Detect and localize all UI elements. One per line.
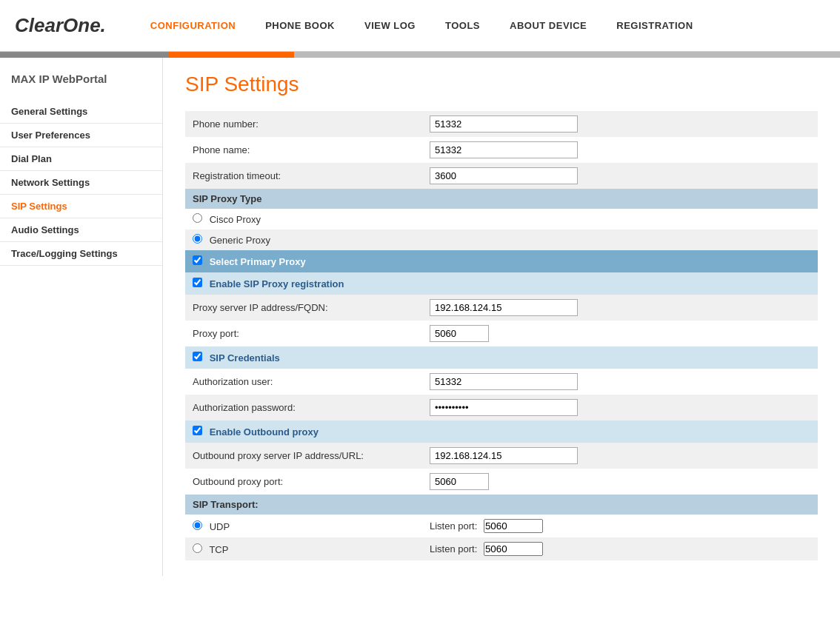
auth-password-input[interactable] <box>430 399 578 416</box>
sidebar-title: MAX IP WebPortal <box>0 73 162 100</box>
select-primary-label: Select Primary Proxy <box>210 256 306 267</box>
auth-password-row: Authorization password: <box>185 395 818 420</box>
nav-tools[interactable]: TOOLS <box>445 20 480 31</box>
enable-sip-cell: Enable SIP Proxy registration <box>185 272 818 295</box>
sip-proxy-type-section: SIP Proxy Type <box>185 189 818 209</box>
outbound-port-label: Outbound proxy port: <box>185 469 422 495</box>
auth-user-input-cell <box>422 369 818 395</box>
enable-sip-label: Enable SIP Proxy registration <box>210 278 344 289</box>
udp-cell: UDP <box>185 515 422 537</box>
proxy-server-row: Proxy server IP address/FQDN: <box>185 295 818 321</box>
proxy-port-input[interactable] <box>430 325 489 342</box>
outbound-port-input[interactable] <box>430 473 489 490</box>
phone-name-row: Phone name: <box>185 137 818 163</box>
tcp-cell: TCP <box>185 537 422 560</box>
enable-outbound-checkbox[interactable] <box>193 426 202 435</box>
enable-outbound-cell: Enable Outbound proxy <box>185 420 818 443</box>
main-layout: MAX IP WebPortal General Settings User P… <box>0 58 840 576</box>
nav-registration[interactable]: REGISTRATION <box>616 20 693 31</box>
enable-sip-row: Enable SIP Proxy registration <box>185 272 818 295</box>
sidebar: MAX IP WebPortal General Settings User P… <box>0 58 163 576</box>
phone-number-input[interactable] <box>430 115 578 133</box>
phone-name-input-cell <box>422 137 818 163</box>
progress-dark <box>0 52 168 58</box>
enable-outbound-label: Enable Outbound proxy <box>210 426 319 438</box>
progress-light <box>294 52 840 58</box>
sidebar-item-dial-plan[interactable]: Dial Plan <box>0 147 162 171</box>
nav-about-device[interactable]: ABOUT DEVICE <box>510 20 587 31</box>
header: ClearOne. CONFIGURATION PHONE BOOK VIEW … <box>0 0 840 52</box>
proxy-port-input-cell <box>422 321 818 346</box>
proxy-server-input-cell <box>422 295 818 321</box>
tcp-listen-label: Listen port: <box>430 543 477 554</box>
udp-radio[interactable] <box>193 520 202 530</box>
reg-timeout-input[interactable] <box>430 167 578 184</box>
sip-credentials-label: SIP Credentials <box>210 352 280 363</box>
logo: ClearOne. <box>15 14 106 37</box>
udp-row: UDP Listen port: <box>185 515 818 537</box>
enable-sip-checkbox[interactable] <box>193 278 202 287</box>
auth-user-row: Authorization user: <box>185 369 818 395</box>
sidebar-item-network-settings[interactable]: Network Settings <box>0 171 162 195</box>
reg-timeout-input-cell <box>422 163 818 189</box>
sip-settings-form: Phone number: Phone name: Registration t… <box>185 111 818 560</box>
sidebar-item-sip-settings[interactable]: SIP Settings <box>0 195 162 218</box>
cisco-proxy-radio[interactable] <box>193 213 202 223</box>
tcp-radio[interactable] <box>193 543 202 553</box>
tcp-listen-port-input[interactable] <box>484 542 543 556</box>
sip-credentials-row: SIP Credentials <box>185 346 818 369</box>
tcp-label: TCP <box>209 544 228 555</box>
reg-timeout-label: Registration timeout: <box>185 163 422 189</box>
cisco-proxy-cell: Cisco Proxy <box>185 209 818 229</box>
main-nav: CONFIGURATION PHONE BOOK VIEW LOG TOOLS … <box>150 20 825 31</box>
tcp-listen-cell: Listen port: <box>422 537 818 560</box>
sip-transport-header: SIP Transport: <box>185 495 818 515</box>
tcp-row: TCP Listen port: <box>185 537 818 560</box>
outbound-server-label: Outbound proxy server IP address/URL: <box>185 443 422 469</box>
proxy-server-input[interactable] <box>430 299 578 316</box>
udp-listen-cell: Listen port: <box>422 515 818 537</box>
udp-listen-label: Listen port: <box>430 520 477 532</box>
sidebar-item-user-preferences[interactable]: User Preferences <box>0 124 162 147</box>
sip-proxy-type-header: SIP Proxy Type <box>185 189 818 209</box>
phone-number-input-cell <box>422 111 818 137</box>
udp-label: UDP <box>210 521 230 532</box>
sip-transport-section: SIP Transport: <box>185 495 818 515</box>
sip-credentials-cell: SIP Credentials <box>185 346 818 369</box>
auth-user-label: Authorization user: <box>185 369 422 395</box>
cisco-proxy-row: Cisco Proxy <box>185 209 818 229</box>
sip-credentials-checkbox[interactable] <box>193 352 202 361</box>
outbound-server-input-cell <box>422 443 818 469</box>
nav-configuration[interactable]: CONFIGURATION <box>150 20 236 31</box>
outbound-server-row: Outbound proxy server IP address/URL: <box>185 443 818 469</box>
outbound-port-input-cell <box>422 469 818 495</box>
auth-password-input-cell <box>422 395 818 420</box>
sidebar-item-trace-logging[interactable]: Trace/Logging Settings <box>0 242 162 266</box>
content-area: SIP Settings Phone number: Phone name: <box>163 58 840 576</box>
generic-proxy-cell: Generic Proxy <box>185 229 818 250</box>
reg-timeout-row: Registration timeout: <box>185 163 818 189</box>
progress-bar <box>0 52 840 58</box>
auth-user-input[interactable] <box>430 373 578 390</box>
select-primary-row: Select Primary Proxy <box>185 250 818 272</box>
sidebar-item-audio-settings[interactable]: Audio Settings <box>0 218 162 242</box>
generic-proxy-row: Generic Proxy <box>185 229 818 250</box>
select-primary-cell: Select Primary Proxy <box>185 250 818 272</box>
nav-phone-book[interactable]: PHONE BOOK <box>265 20 335 31</box>
proxy-port-row: Proxy port: <box>185 321 818 346</box>
outbound-server-input[interactable] <box>430 447 578 464</box>
nav-view-log[interactable]: VIEW LOG <box>364 20 416 31</box>
auth-password-label: Authorization password: <box>185 395 422 420</box>
outbound-port-row: Outbound proxy port: <box>185 469 818 495</box>
progress-orange <box>168 52 294 58</box>
select-primary-checkbox[interactable] <box>193 255 202 265</box>
enable-outbound-row: Enable Outbound proxy <box>185 420 818 443</box>
generic-proxy-radio[interactable] <box>193 234 202 244</box>
generic-proxy-label: Generic Proxy <box>210 235 270 246</box>
phone-number-label: Phone number: <box>185 111 422 137</box>
phone-name-input[interactable] <box>430 141 578 158</box>
udp-listen-port-input[interactable] <box>484 519 543 533</box>
phone-number-row: Phone number: <box>185 111 818 137</box>
cisco-proxy-label: Cisco Proxy <box>210 214 261 225</box>
sidebar-item-general-settings[interactable]: General Settings <box>0 100 162 124</box>
